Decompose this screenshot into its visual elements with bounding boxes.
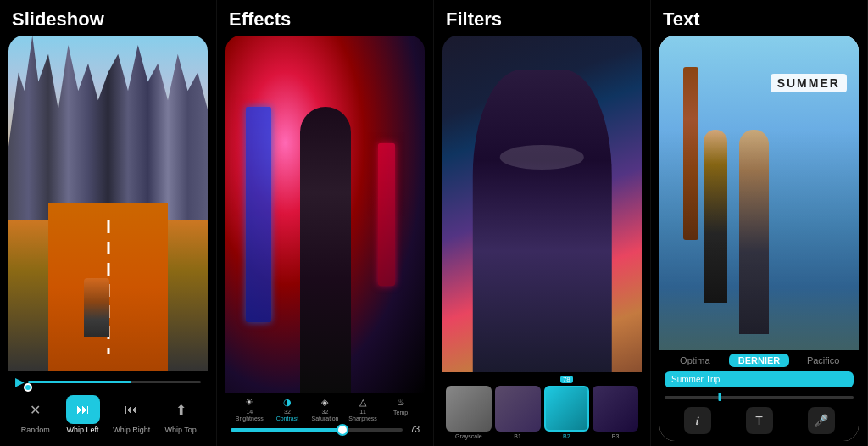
whip-left-label: Whip Left (67, 426, 99, 434)
filter-b2[interactable]: 78 B2 (544, 376, 590, 439)
control-random[interactable]: ✕ Random (19, 395, 53, 434)
b2-value-badge: 78 (560, 376, 573, 383)
mic-icon-button[interactable]: 🎤 (808, 407, 835, 434)
text-timeline (659, 390, 859, 404)
neon-glow-red (378, 143, 395, 287)
contrast-icon: ◑ (283, 397, 292, 408)
temp-label: Temp (393, 410, 408, 415)
b2-thumbnail (544, 386, 590, 432)
effects-title: Effects (217, 0, 433, 36)
text-title: Text (651, 0, 867, 36)
whip-right-label: Whip Right (113, 426, 150, 434)
filters-title: Filters (434, 0, 650, 36)
font-bernier[interactable]: BERNIER (729, 354, 790, 367)
neon-glow-blue (246, 107, 271, 321)
control-whip-left[interactable]: ⏭ Whip Left (66, 395, 100, 434)
text-image-area: SUMMER (659, 36, 859, 350)
timeline-track[interactable] (665, 396, 854, 399)
filters-background (442, 36, 642, 372)
grayscale-label: Grayscale (455, 433, 482, 439)
b1-thumbnail (495, 386, 541, 432)
text-panel: Text SUMMER Optima BERNIER Pacifico 𝒊 (651, 0, 868, 446)
text-icon: T (755, 414, 763, 427)
b2-label: B2 (563, 433, 570, 439)
b1-label: B1 (514, 433, 521, 439)
temp-slider-label[interactable]: ♨ Temp (381, 397, 420, 421)
saturation-value: 32 (322, 409, 329, 415)
brightness-value: 14 (246, 409, 253, 415)
effects-sliders-area: ☀ 14 Brightness ◑ 32 Contrast ◈ 32 Satur… (225, 393, 425, 441)
person-silhouette (300, 107, 351, 393)
timeline-marker[interactable] (718, 393, 721, 401)
filters-image-area (442, 36, 642, 372)
slideshow-phone-frame: ▶ ✕ Random ⏭ Whip Left ⏮ (8, 36, 208, 441)
whip-top-icon-wrap: ⬆ (164, 395, 198, 424)
random-icon: ✕ (30, 402, 41, 418)
progress-bar-area: ▶ (8, 371, 208, 392)
font-pacifico[interactable]: Pacifico (793, 354, 854, 367)
saturation-icon: ◈ (321, 397, 328, 408)
saturation-label: Saturation (312, 415, 339, 421)
italic-icon: 𝒊 (696, 414, 699, 428)
whip-top-label: Whip Top (164, 426, 196, 434)
main-slider-area: 73 (231, 423, 420, 438)
mic-icon: 🎤 (814, 414, 828, 427)
font-optima[interactable]: Optima (665, 354, 726, 367)
slider-end-value: 73 (406, 425, 420, 434)
text-background: SUMMER (659, 36, 859, 350)
progress-dot[interactable] (24, 383, 32, 392)
filters-phone-frame: Grayscale B1 78 B2 B3 (442, 36, 642, 441)
brightness-label: Brightness (236, 415, 264, 421)
whip-right-icon: ⏮ (125, 402, 138, 417)
contrast-label: Contrast (276, 415, 298, 421)
slider-labels-row: ☀ 14 Brightness ◑ 32 Contrast ◈ 32 Satur… (231, 397, 420, 421)
text-input-field[interactable] (665, 371, 854, 387)
brightness-icon: ☀ (245, 397, 253, 408)
filters-panel: Filters Grayscale B1 78 B2 (434, 0, 651, 446)
b3-label: B3 (612, 433, 620, 439)
effects-panel: Effects ☀ 14 Brightness ◑ 32 Contrast (217, 0, 434, 446)
sharpness-icon: △ (359, 397, 366, 408)
text-bottom-icons: 𝒊 T 🎤 (659, 404, 859, 441)
effects-phone-frame: ☀ 14 Brightness ◑ 32 Contrast ◈ 32 Satur… (225, 36, 425, 441)
brightness-slider-label[interactable]: ☀ 14 Brightness (231, 397, 269, 421)
saturation-slider-label[interactable]: ◈ 32 Saturation (306, 397, 344, 421)
random-icon-wrap: ✕ (19, 395, 53, 424)
progress-fill (28, 381, 131, 383)
grayscale-thumbnail (446, 386, 492, 432)
main-slider-track[interactable] (231, 428, 403, 432)
control-whip-top[interactable]: ⬆ Whip Top (164, 395, 198, 434)
main-slider-thumb[interactable] (337, 424, 348, 436)
whip-left-icon-wrap: ⏭ (66, 395, 100, 424)
whip-right-icon-wrap: ⏮ (114, 395, 148, 424)
sharpness-slider-label[interactable]: △ 11 Sharpness (344, 397, 382, 421)
street-scene (8, 36, 208, 371)
text-overlay-summer: SUMMER (771, 74, 847, 92)
effects-background (225, 36, 425, 393)
filters-person (472, 70, 612, 373)
slideshow-panel: Slideshow ▶ ✕ Random (0, 0, 217, 446)
text-phone-frame: SUMMER Optima BERNIER Pacifico 𝒊 T (659, 36, 859, 441)
slideshow-controls: ✕ Random ⏭ Whip Left ⏮ Whip Right ⬆ (8, 392, 208, 441)
text-icon-button[interactable]: T (746, 407, 773, 434)
filter-b1[interactable]: B1 (495, 386, 541, 439)
progress-track[interactable] (28, 381, 201, 383)
text-input-row (659, 369, 859, 390)
filter-thumbnails-row: Grayscale B1 78 B2 B3 (442, 372, 642, 441)
filter-b3[interactable]: B3 (593, 386, 638, 439)
font-selector-row: Optima BERNIER Pacifico (659, 350, 859, 369)
effects-image-area (225, 36, 425, 393)
main-slider-fill (231, 428, 342, 432)
sharpness-label: Sharpness (348, 415, 376, 421)
filter-grayscale[interactable]: Grayscale (446, 386, 492, 439)
glasses-highlight (500, 145, 584, 170)
whip-left-icon: ⏭ (76, 402, 90, 417)
control-whip-right[interactable]: ⏮ Whip Right (113, 395, 150, 434)
contrast-value: 32 (284, 409, 291, 415)
slideshow-title: Slideshow (0, 0, 216, 36)
people-overlay (659, 130, 859, 350)
contrast-slider-label[interactable]: ◑ 32 Contrast (269, 397, 307, 421)
italic-icon-button[interactable]: 𝒊 (684, 407, 711, 434)
random-label: Random (21, 426, 50, 434)
whip-top-icon: ⬆ (175, 402, 186, 418)
